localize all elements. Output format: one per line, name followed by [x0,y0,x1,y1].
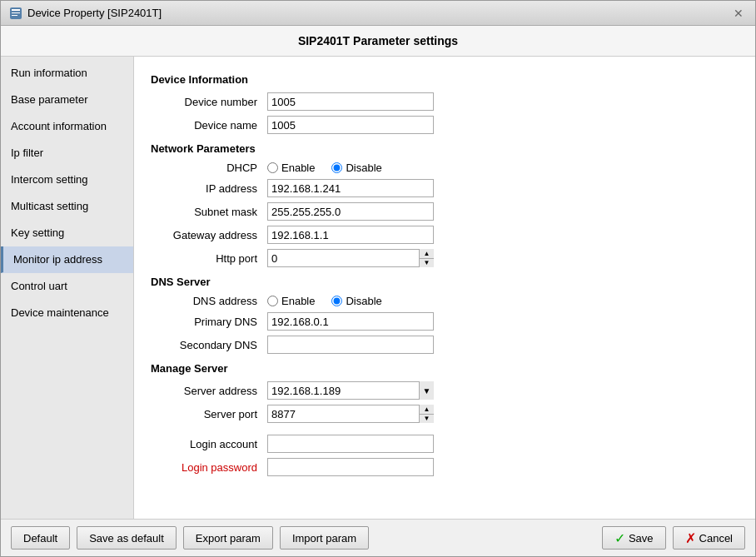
dhcp-enable-label[interactable]: Enable [267,162,315,174]
device-number-input[interactable] [267,92,434,111]
secondary-dns-label: Secondary DNS [151,339,267,351]
subnet-mask-label: Subnet mask [151,206,267,218]
cancel-label: Cancel [699,532,733,545]
server-port-up-button[interactable]: ▲ [420,405,434,415]
device-number-row: Device number [151,92,739,111]
main-content: Run information Base parameter Account i… [1,57,755,519]
svg-rect-3 [12,15,17,16]
title-bar: Device Property [SIP2401T] ✕ [1,1,755,26]
secondary-dns-input[interactable] [267,336,434,354]
device-information-section: Device Information Device number Device … [151,73,739,134]
gateway-input[interactable] [267,226,434,244]
server-port-label: Server port [151,408,267,420]
close-button[interactable]: ✕ [730,5,747,22]
server-port-spinner-buttons: ▲ ▼ [419,405,434,423]
login-account-row: Login account [151,435,739,453]
login-password-input[interactable] [267,458,434,476]
dns-enable-label[interactable]: Enable [267,295,315,307]
save-checkmark-icon: ✓ [614,530,625,546]
dhcp-disable-text: Disable [346,162,381,174]
header-title: SIP2401T Parameter settings [298,34,458,47]
server-address-input[interactable] [267,381,434,400]
http-port-down-button[interactable]: ▼ [420,259,434,268]
server-port-row: Server port ▲ ▼ [151,405,739,423]
dns-disable-label[interactable]: Disable [331,295,381,307]
import-param-button[interactable]: Import param [280,526,369,550]
http-port-input[interactable] [267,249,434,267]
sidebar-item-device-maintenance[interactable]: Device maintenance [1,300,133,326]
save-as-default-button[interactable]: Save as default [77,526,177,550]
http-port-up-button[interactable]: ▲ [420,249,434,259]
sidebar: Run information Base parameter Account i… [1,57,134,519]
dns-radio-group: Enable Disable [267,295,382,307]
device-name-input[interactable] [267,116,434,134]
cancel-button[interactable]: ✗ Cancel [673,526,745,550]
dhcp-radio-group: Enable Disable [267,162,382,174]
sidebar-item-intercom-setting[interactable]: Intercom setting [1,167,133,193]
sidebar-item-ip-filter[interactable]: Ip filter [1,140,133,167]
device-name-label: Device name [151,119,267,132]
sidebar-item-key-setting[interactable]: Key setting [1,220,133,246]
login-password-label: Login password [151,461,267,474]
server-address-label: Server address [151,385,267,397]
server-address-dropdown: ▼ [267,381,434,400]
dhcp-disable-radio[interactable] [331,162,342,173]
dhcp-disable-label[interactable]: Disable [331,162,381,174]
login-account-input[interactable] [267,435,434,453]
network-parameters-section: Network Parameters DHCP Enable Disable [151,142,739,267]
sidebar-item-base-parameter[interactable]: Base parameter [1,87,133,113]
server-address-dropdown-btn[interactable]: ▼ [419,381,434,400]
content-area: Device Information Device number Device … [134,57,755,519]
dns-enable-radio[interactable] [267,296,278,306]
sidebar-item-multicast-setting[interactable]: Multicast setting [1,193,133,220]
primary-dns-input[interactable] [267,312,434,331]
gateway-row: Gateway address [151,226,739,244]
server-port-down-button[interactable]: ▼ [420,415,434,424]
title-bar-left: Device Property [SIP2401T] [9,7,162,20]
footer: Default Save as default Export param Imp… [1,519,755,556]
svg-rect-1 [12,9,20,11]
main-window: Device Property [SIP2401T] ✕ SIP2401T Pa… [0,0,756,557]
dhcp-label: DHCP [151,162,267,174]
window-title: Device Property [SIP2401T] [27,7,162,19]
device-number-label: Device number [151,96,267,108]
dns-enable-text: Enable [281,295,315,307]
server-address-row: Server address ▼ [151,381,739,400]
http-port-label: Http port [151,252,267,265]
export-param-button[interactable]: Export param [183,526,273,550]
dhcp-enable-text: Enable [281,162,315,174]
manage-server-title: Manage Server [151,362,739,375]
subnet-mask-input[interactable] [267,202,434,221]
save-button[interactable]: ✓ Save [602,526,666,550]
manage-server-section: Manage Server Server address ▼ Server po… [151,362,739,476]
svg-rect-2 [12,12,20,13]
dns-server-section: DNS Server DNS address Enable Disable [151,276,739,354]
primary-dns-row: Primary DNS [151,312,739,331]
device-name-row: Device name [151,116,739,134]
gateway-label: Gateway address [151,229,267,241]
secondary-dns-row: Secondary DNS [151,336,739,354]
http-port-spinner-buttons: ▲ ▼ [419,249,434,267]
dns-disable-radio[interactable] [331,296,342,306]
ip-address-row: IP address [151,179,739,197]
default-button[interactable]: Default [11,526,70,550]
server-port-spinner: ▲ ▼ [267,405,434,423]
dhcp-enable-radio[interactable] [267,162,278,173]
sidebar-item-account-information[interactable]: Account information [1,113,133,140]
server-port-input[interactable] [267,405,434,423]
ip-address-label: IP address [151,182,267,195]
sidebar-item-run-information[interactable]: Run information [1,60,133,87]
cancel-cross-icon: ✗ [685,530,696,546]
dns-disable-text: Disable [346,295,381,307]
save-label: Save [629,532,654,545]
http-port-row: Http port ▲ ▼ [151,249,739,267]
dns-address-label: DNS address [151,295,267,307]
ip-address-input[interactable] [267,179,434,197]
sidebar-item-monitor-ip-address[interactable]: Monitor ip address [1,246,133,273]
login-account-label: Login account [151,438,267,450]
dhcp-row: DHCP Enable Disable [151,162,739,174]
subnet-mask-row: Subnet mask [151,202,739,221]
device-information-title: Device Information [151,73,739,86]
sidebar-item-control-uart[interactable]: Control uart [1,273,133,300]
login-password-row: Login password [151,458,739,476]
